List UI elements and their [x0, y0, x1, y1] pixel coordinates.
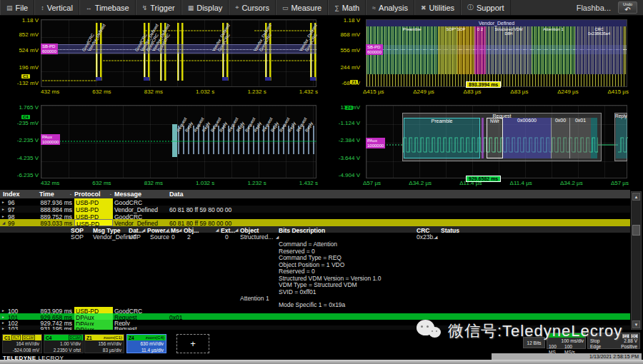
z1-vdiv: 156 mV/div	[85, 340, 124, 347]
table-scrollbar[interactable]: ▲ ▼	[631, 191, 642, 330]
tl-y-tick: 196 mV	[1, 64, 39, 71]
usbpd-bus-label[interactable]: SB-PD 600000	[41, 44, 58, 54]
expand-icon[interactable]: ▸	[2, 315, 4, 319]
menu-item-timebase[interactable]: ↔Timebase	[79, 0, 136, 15]
z4-header: Z4 zoom(C4)	[127, 335, 166, 340]
col-time[interactable]: Time	[39, 191, 54, 198]
coupling-badge: DC1M	[22, 335, 35, 340]
table-row-selected[interactable]: ▸ 101 929.658 ms DPAux Request 0x01	[0, 313, 630, 320]
datetime-display: 1/13/2021 2:58:15 PM	[492, 353, 642, 360]
table-row-selected[interactable]: ◢ 99 893.033 ms USB-PD Vendor_Defined 60…	[0, 219, 630, 226]
br-segment-preamble[interactable]: Preamble	[404, 118, 480, 158]
channel-id: Z1	[86, 335, 92, 340]
c4-trace-badge: C4	[21, 115, 30, 119]
protocol-chip: USB-PD	[74, 307, 113, 313]
expand-icon[interactable]: ▸	[2, 207, 4, 211]
zoom-box-z4-selected[interactable]: Z4 zoom(C4) 630 mV/div 11.4 µs/div	[126, 334, 166, 353]
segment-msgid[interactable]: 0 2	[474, 26, 486, 74]
menu-item-analysis[interactable]: ≈Analysis	[366, 0, 414, 15]
c4-header: C4 DC1M	[44, 335, 83, 340]
segment-vdm[interactable]: Structured VDM D8H	[486, 26, 532, 74]
oscilloscope-app: ▤File ↕Vertical ↔Timebase ↯Trigger ▦Disp…	[0, 0, 643, 364]
segment-attention[interactable]: Attention 1	[532, 26, 575, 74]
segment-sop[interactable]: SOP* SOP	[438, 26, 474, 74]
menu-item-display[interactable]: ▦Display	[181, 0, 229, 15]
undo-button[interactable]: Undo ↶	[618, 1, 637, 14]
scrollbar-thumb[interactable]	[632, 225, 640, 236]
br-segment-data0[interactable]: 0x00	[551, 118, 569, 158]
expand-icon[interactable]: ▸	[2, 308, 4, 313]
object2-row: Attention 1	[0, 294, 630, 300]
expand-icon[interactable]: ▸	[2, 200, 4, 204]
menu-item-trigger[interactable]: ↯Trigger	[136, 0, 181, 15]
br-y-tick: -3.644 V	[323, 155, 360, 161]
grid-c4-dpaux[interactable]	[41, 105, 316, 178]
zoom-box-z1[interactable]: Z1 zoom(C1) 156 mV/div 83 µs/div	[84, 334, 124, 353]
menu-bar: ▤File ↕Vertical ↔Timebase ↯Trigger ▦Disp…	[0, 0, 643, 16]
br-segment-address[interactable]: 0x00600	[503, 118, 551, 158]
menu-item-file[interactable]: ▤File	[0, 0, 34, 15]
scroll-up-button[interactable]: ▲	[632, 193, 640, 201]
expand-icon[interactable]: ▸	[2, 214, 4, 218]
menu-item-math[interactable]: ∑Math	[328, 0, 366, 15]
detail-value-row: SOP Vendor_Defined UFP Source 0 2 0 Stru…	[0, 233, 630, 240]
menu-item-support[interactable]: ⓘSupport	[461, 0, 511, 15]
trigger-box[interactable]: C2 DC Stop 2.88 V Edge Positive	[587, 333, 640, 349]
x-tick: 1.032 s	[196, 89, 214, 95]
col-data[interactable]: Data	[169, 191, 184, 198]
channel-id: Z4	[129, 335, 134, 340]
bits-row: Reserved = 0	[0, 247, 630, 254]
col-message[interactable]: Message	[114, 191, 141, 198]
z1-bus-label[interactable]: SB-PD 600000	[366, 44, 383, 55]
x-tick: Δ57 µs	[611, 180, 629, 186]
tri-icon[interactable]: ◢	[276, 235, 279, 239]
expand-icon[interactable]: ▸	[2, 326, 4, 330]
segment-crc[interactable]: CRC 0x23B635a4	[575, 26, 623, 74]
tri-icon: ◢	[142, 228, 145, 232]
timebase-box[interactable]: 100 ms/div 100 MS 100 MS/s	[547, 333, 586, 349]
analysis-icon: ≈	[372, 4, 376, 11]
channel-box-c4[interactable]: C4 DC1M 1.00 V/div 2.2350 V ofst	[44, 334, 84, 353]
br-segment-nwr[interactable]: NWr	[487, 118, 503, 158]
x-tick: 832 ms	[144, 89, 163, 95]
measure-icon: ▭	[282, 4, 289, 11]
tri-icon[interactable]: ◢	[434, 235, 437, 239]
br-segment-divider	[482, 118, 484, 158]
sort-icon: -	[110, 192, 111, 196]
table-row[interactable]: ▸ 98 889.752 ms USB-PD GoodCRC	[0, 213, 630, 219]
col-index[interactable]: Index	[3, 191, 20, 198]
menu-label: Math	[342, 4, 359, 12]
bus-name: SB-PD	[42, 44, 56, 49]
dpaux-bus-label[interactable]: PAux 1000000	[41, 134, 60, 145]
table-row[interactable]: ▸ 102 929.742 ms DPAux Reply	[0, 320, 630, 325]
cursors-icon: ⌖	[235, 4, 239, 11]
menu-item-vertical[interactable]: ↕Vertical	[34, 0, 79, 15]
tri-icon: ◢	[179, 228, 181, 232]
table-row[interactable]: ▸ 97 888.884 ms USB-PD Vendor_Defined 60…	[0, 206, 630, 213]
menu-label: File	[16, 4, 29, 12]
collapse-icon[interactable]: ◢	[2, 221, 5, 225]
adc-bits-box[interactable]: 12 Bits	[523, 337, 545, 348]
scroll-down-button[interactable]: ▼	[632, 320, 640, 328]
table-row[interactable]: ▸ 96 887.936 ms USB-PD GoodCRC	[0, 198, 630, 206]
br-segment-data1[interactable]: 0x01	[569, 118, 591, 158]
tr-y-tick: 1.18 V	[323, 17, 360, 24]
z4-bus-label[interactable]: PAux 1000000	[366, 138, 385, 148]
protocol-table: Index Time - Protocol - Message Data ▸ 9…	[0, 190, 630, 330]
col-protocol[interactable]: Protocol	[74, 191, 101, 198]
channel-box-c1[interactable]: C1 FLT DC1M 164 mV/div -524.008 mV	[2, 334, 42, 353]
table-row[interactable]: ▸ 103 931.195 ms DPAux Request	[0, 325, 630, 330]
protocol-chip: DPAux	[74, 313, 113, 320]
x-tick: Δ249 µs	[413, 89, 434, 95]
menu-label: Measure	[291, 4, 322, 12]
z1-decode-header[interactable]: Vendor_Defined	[367, 20, 627, 26]
add-trace-button[interactable]: +	[176, 334, 209, 353]
menu-item-cursors[interactable]: ⌖Cursors	[229, 0, 276, 15]
menu-item-utilities[interactable]: ✖Utilities	[414, 0, 461, 15]
tr-y-tick: 868 mV	[323, 31, 360, 38]
menu-item-measure[interactable]: ▭Measure	[276, 0, 328, 15]
table-row[interactable]: ▸ 100 893.909 ms USB-PD GoodCRC	[0, 307, 630, 313]
flashback-label[interactable]: Flashba...	[577, 4, 611, 12]
segment-label: 0 2	[477, 27, 483, 31]
expand-icon[interactable]: ▸	[2, 320, 4, 325]
